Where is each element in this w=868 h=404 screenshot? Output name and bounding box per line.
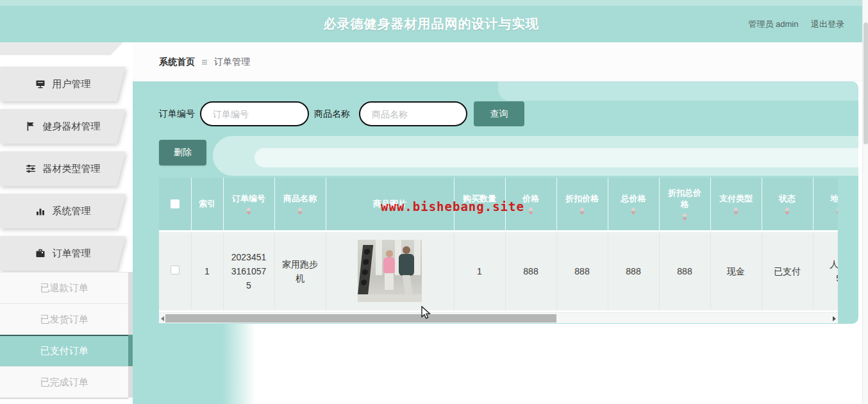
sort-carets-icon[interactable] <box>631 207 636 215</box>
page-scrollbar-thumb[interactable] <box>864 22 868 144</box>
breadcrumb-bar: 系统首页 订单管理 <box>133 42 862 81</box>
column-header-discount-price[interactable]: 折扣价格 <box>556 178 608 231</box>
sidebar-item-label: 器材类型管理 <box>43 163 101 175</box>
page-vertical-scrollbar[interactable] <box>862 0 868 404</box>
select-all-checkbox[interactable] <box>171 199 179 208</box>
admin-page: 必录德健身器材用品网的设计与实现 管理员 admin 退出登录 用户管理 健身器… <box>0 0 868 404</box>
sidebar-item-partial[interactable] <box>0 42 123 55</box>
cell-order-no: 202345131610575 <box>223 231 274 310</box>
delete-button[interactable]: 删除 <box>159 140 206 165</box>
order-no-input[interactable] <box>200 101 309 126</box>
breadcrumb-home[interactable]: 系统首页 <box>159 56 195 68</box>
product-name-label: 商品名称 <box>314 108 350 120</box>
decorative-swirl <box>255 148 858 167</box>
breadcrumb-separator-icon <box>201 58 208 66</box>
cell-discount-total-price: 888 <box>659 231 710 310</box>
column-header-address[interactable]: 地址 <box>813 178 838 231</box>
product-name-input[interactable] <box>359 101 467 126</box>
cell-discount-price: 888 <box>556 231 608 310</box>
page-title: 必录德健身器材用品网的设计与实现 <box>0 6 862 42</box>
sort-carets-icon[interactable] <box>733 207 739 215</box>
row-checkbox[interactable] <box>171 265 179 274</box>
cell-index: 1 <box>191 231 223 310</box>
sidebar-item-order-management[interactable]: 订单管理 <box>0 236 126 271</box>
sliders-icon <box>26 164 36 174</box>
column-header-index: 索引 <box>191 178 223 231</box>
sort-carets-icon[interactable] <box>528 207 533 215</box>
query-button[interactable]: 查询 <box>474 101 524 126</box>
column-header-discount-total-price[interactable]: 折扣总价格 <box>659 178 710 231</box>
scroll-left-arrow-icon[interactable] <box>161 316 164 321</box>
sort-carets-icon[interactable] <box>682 213 687 221</box>
flag-icon <box>26 121 36 131</box>
cell-product-image <box>326 231 454 310</box>
column-header-total-price[interactable]: 总价格 <box>608 178 659 231</box>
sidebar-item-system-management[interactable]: 系统管理 <box>0 194 126 228</box>
top-strip <box>0 0 862 6</box>
briefcase-icon <box>35 248 46 258</box>
product-image <box>358 240 422 302</box>
cell-quantity: 1 <box>454 231 505 310</box>
sidebar: 用户管理 健身器材管理 器材类型管理 系统管理 订单管理 <box>0 42 133 399</box>
admin-label: 管理员 admin <box>748 19 798 29</box>
decorative-swirl <box>498 81 858 101</box>
column-header-order-no[interactable]: 订单编号 <box>223 178 274 231</box>
site-watermark: www.bishebang.site <box>381 199 524 214</box>
panel-left-band-fade <box>222 324 256 404</box>
panel-left-band <box>133 324 222 404</box>
sidebar-item-label: 订单管理 <box>53 248 91 260</box>
sort-carets-icon[interactable] <box>785 207 790 215</box>
sidebar-item-label: 系统管理 <box>53 205 91 217</box>
logout-link[interactable]: 退出登录 <box>811 19 844 29</box>
column-header-status[interactable]: 状态 <box>762 178 813 231</box>
sidebar-item-user-management[interactable]: 用户管理 <box>0 67 126 101</box>
sidebar-item-equipment-type-management[interactable]: 器材类型管理 <box>0 151 126 186</box>
table-row: 1 202345131610575 家用跑步机 <box>159 231 838 310</box>
cell-product-name: 家用跑步机 <box>274 231 326 310</box>
sidebar-divider <box>0 398 128 399</box>
sidebar-item-equipment-management[interactable]: 健身器材管理 <box>0 109 126 144</box>
bar-chart-icon <box>35 206 46 216</box>
orders-table: 索引 订单编号 商品名称 商品图片 购买数量 价格 折扣价格 总价格 折扣总价格… <box>159 178 838 310</box>
app-header: 必录德健身器材用品网的设计与实现 管理员 admin 退出登录 <box>0 6 862 42</box>
order-no-label: 订单编号 <box>159 108 195 120</box>
subitem-label: 已完成订单 <box>40 376 88 389</box>
sidebar-subitem-shipped-orders[interactable]: 已发货订单 <box>0 303 128 335</box>
cell-total-price: 888 <box>608 231 659 310</box>
user-info: 管理员 admin 退出登录 <box>748 6 844 42</box>
monitor-icon <box>35 79 46 89</box>
sidebar-subitem-completed-orders[interactable]: 已完成订单 <box>0 366 128 398</box>
cell-price: 888 <box>505 231 556 310</box>
sidebar-subitem-paid-orders[interactable]: 已支付订单 <box>0 335 128 366</box>
column-header-product-name[interactable]: 商品名称 <box>274 178 326 231</box>
subitem-label: 已退款订单 <box>40 282 88 294</box>
cell-pay-type: 现金 <box>710 231 762 310</box>
sort-carets-icon[interactable] <box>580 207 585 215</box>
filter-row: 订单编号 商品名称 查询 <box>159 101 524 126</box>
table-horizontal-scrollbar[interactable] <box>159 312 838 323</box>
breadcrumb-current: 订单管理 <box>214 56 250 68</box>
submenu-scrollbar-thumb[interactable] <box>128 335 133 366</box>
sidebar-item-label: 健身器材管理 <box>43 121 101 133</box>
sidebar-item-label: 用户管理 <box>53 78 91 90</box>
cell-status: 已支付 <box>762 231 813 310</box>
sort-carets-icon[interactable] <box>297 207 303 215</box>
table-scrollbar-thumb[interactable] <box>165 314 556 323</box>
subitem-label: 已支付订单 <box>40 345 88 357</box>
subitem-label: 已发货订单 <box>40 314 88 326</box>
sort-carets-icon[interactable] <box>246 207 251 215</box>
cell-address: 人民 5 <box>813 231 838 310</box>
sidebar-subitem-refunded-orders[interactable]: 已退款订单 <box>0 272 128 303</box>
sort-carets-icon[interactable] <box>836 207 838 215</box>
breadcrumb: 系统首页 订单管理 <box>159 42 250 81</box>
column-header-pay-type[interactable]: 支付类型 <box>710 178 762 231</box>
scroll-right-arrow-icon[interactable] <box>833 316 836 321</box>
mouse-cursor <box>421 306 433 323</box>
